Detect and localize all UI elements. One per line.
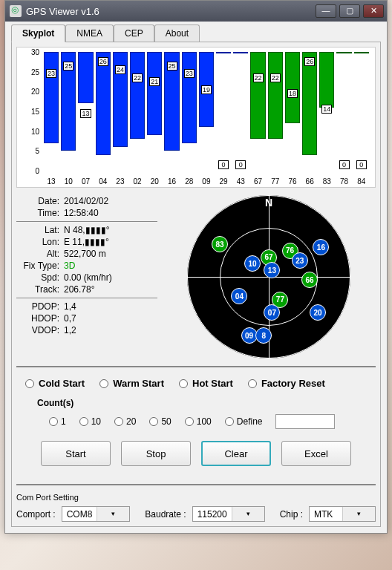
bar-28: 23 bbox=[182, 52, 197, 171]
sat-10: 10 bbox=[244, 255, 261, 272]
content-area: Skyplot NMEA CEP About 051015202530 2325… bbox=[5, 22, 387, 533]
sat-23: 23 bbox=[292, 252, 308, 269]
time-value: 12:58:40 bbox=[64, 208, 157, 218]
sat-20: 20 bbox=[310, 304, 326, 321]
mode-hot-start[interactable]: Hot Start bbox=[179, 378, 233, 389]
mode-warm-start[interactable]: Warm Start bbox=[99, 378, 164, 389]
bar-13: 23 bbox=[44, 52, 59, 171]
baudrate-label: Baudrate : bbox=[145, 509, 186, 520]
fix-value: 3D bbox=[64, 261, 157, 271]
hdop-value: 0,7 bbox=[64, 313, 157, 324]
mode-cold-start[interactable]: Cold Start bbox=[25, 378, 85, 389]
tab-about[interactable]: About bbox=[154, 24, 200, 42]
lat-value: N 48,▮▮▮▮° bbox=[64, 225, 157, 235]
sat-8: 8 bbox=[255, 327, 272, 344]
fix-label: Fix Type: bbox=[16, 261, 64, 271]
tab-cep[interactable]: CEP bbox=[114, 24, 154, 42]
snr-bar-chart: 051015202530 232513262422212523190022221… bbox=[16, 47, 376, 188]
lon-label: Lon: bbox=[16, 237, 64, 247]
spd-label: Spd: bbox=[16, 272, 64, 283]
count-1[interactable]: 1 bbox=[49, 416, 66, 427]
bar-02: 22 bbox=[130, 52, 145, 171]
tab-strip: Skyplot NMEA CEP About bbox=[11, 24, 381, 42]
bar-07: 13 bbox=[78, 52, 93, 171]
bar-67: 22 bbox=[250, 52, 265, 171]
spd-value: 0.00 (km/hr) bbox=[64, 272, 157, 283]
track-value: 206.78° bbox=[64, 284, 157, 295]
count-100[interactable]: 100 bbox=[185, 416, 212, 427]
bar-76: 18 bbox=[285, 52, 300, 171]
alt-value: 522,700 m bbox=[64, 249, 157, 259]
mode-factory-reset[interactable]: Factory Reset bbox=[248, 378, 325, 389]
date-value: 2014/02/02 bbox=[64, 196, 157, 206]
count-define-input[interactable] bbox=[275, 414, 335, 429]
north-label: N bbox=[265, 197, 272, 209]
excel-button[interactable]: Excel bbox=[281, 441, 351, 466]
tab-body: 051015202530 232513262422212523190022221… bbox=[11, 42, 381, 527]
stop-button[interactable]: Stop bbox=[121, 441, 191, 466]
sat-83: 83 bbox=[212, 236, 228, 252]
baudrate-select[interactable]: 115200▾ bbox=[192, 506, 265, 522]
count-define[interactable]: Define bbox=[225, 416, 263, 427]
vdop-value: 1,2 bbox=[64, 325, 157, 335]
titlebar[interactable]: GPS Viewer v1.6 — ▢ ✕ bbox=[5, 1, 387, 22]
chart-x-axis: 13100704230220162809294367777666837884 bbox=[44, 177, 369, 186]
clear-button[interactable]: Clear bbox=[201, 441, 271, 466]
maximize-button[interactable]: ▢ bbox=[339, 4, 360, 18]
bar-66: 26 bbox=[302, 52, 317, 171]
pdop-value: 1,4 bbox=[64, 301, 157, 312]
bar-84: 0 bbox=[354, 52, 369, 171]
info-panel: Date:2014/02/02 Time:12:58:40 Lat:N 48,▮… bbox=[16, 195, 157, 358]
app-window: GPS Viewer v1.6 — ▢ ✕ Skyplot NMEA CEP A… bbox=[4, 0, 388, 534]
chart-plot: 2325132624222125231900222218261400 bbox=[44, 52, 369, 171]
track-label: Track: bbox=[16, 284, 64, 295]
app-icon bbox=[10, 5, 22, 17]
counts-group: 1102050100Define bbox=[37, 414, 355, 429]
bar-16: 25 bbox=[164, 52, 179, 171]
chevron-down-icon: ▾ bbox=[342, 507, 375, 521]
bar-23: 24 bbox=[113, 52, 128, 171]
bar-77: 22 bbox=[268, 52, 283, 171]
minimize-button[interactable]: — bbox=[316, 4, 336, 18]
count-50[interactable]: 50 bbox=[149, 416, 171, 427]
bar-43: 0 bbox=[233, 52, 248, 171]
comport-label: Comport : bbox=[16, 509, 56, 520]
bar-20: 21 bbox=[147, 52, 162, 171]
sat-09: 09 bbox=[241, 327, 258, 344]
tab-skyplot[interactable]: Skyplot bbox=[11, 24, 65, 42]
start-mode-group: Cold StartWarm StartHot StartFactory Res… bbox=[19, 375, 373, 392]
sat-13: 13 bbox=[264, 262, 280, 278]
hdop-label: HDOP: bbox=[16, 313, 64, 324]
bar-09: 19 bbox=[199, 52, 214, 171]
alt-label: Alt: bbox=[16, 249, 64, 259]
count-20[interactable]: 20 bbox=[114, 416, 136, 427]
count-10[interactable]: 10 bbox=[79, 416, 101, 427]
controls-panel: Cold StartWarm StartHot StartFactory Res… bbox=[16, 366, 376, 474]
window-title: GPS Viewer v1.6 bbox=[26, 6, 316, 17]
skyplot: N 831067137623166604770720098 bbox=[162, 195, 376, 358]
sat-16: 16 bbox=[313, 239, 329, 255]
bar-04: 26 bbox=[96, 52, 111, 171]
bar-29: 0 bbox=[216, 52, 231, 171]
close-button[interactable]: ✕ bbox=[363, 4, 384, 18]
bar-78: 0 bbox=[336, 52, 351, 171]
lat-label: Lat: bbox=[16, 225, 64, 235]
vdop-label: VDOP: bbox=[16, 325, 64, 335]
sat-04: 04 bbox=[231, 288, 247, 304]
chevron-down-icon: ▾ bbox=[97, 507, 129, 521]
chevron-down-icon: ▾ bbox=[232, 507, 264, 521]
comport-select[interactable]: COM8▾ bbox=[62, 506, 131, 522]
chip-label: Chip : bbox=[280, 509, 303, 520]
pdop-label: PDOP: bbox=[16, 301, 64, 312]
lon-value: E 11,▮▮▮▮° bbox=[64, 237, 157, 247]
tab-nmea[interactable]: NMEA bbox=[65, 24, 114, 42]
chart-y-axis: 051015202530 bbox=[19, 52, 41, 171]
sat-66: 66 bbox=[301, 272, 318, 288]
sat-07: 07 bbox=[264, 304, 280, 321]
date-label: Date: bbox=[16, 196, 64, 206]
com-port-title: Com Port Setting bbox=[16, 493, 376, 502]
start-button[interactable]: Start bbox=[41, 441, 111, 466]
chip-select[interactable]: MTK▾ bbox=[309, 506, 376, 522]
time-label: Time: bbox=[16, 208, 64, 218]
bar-10: 25 bbox=[61, 52, 76, 171]
